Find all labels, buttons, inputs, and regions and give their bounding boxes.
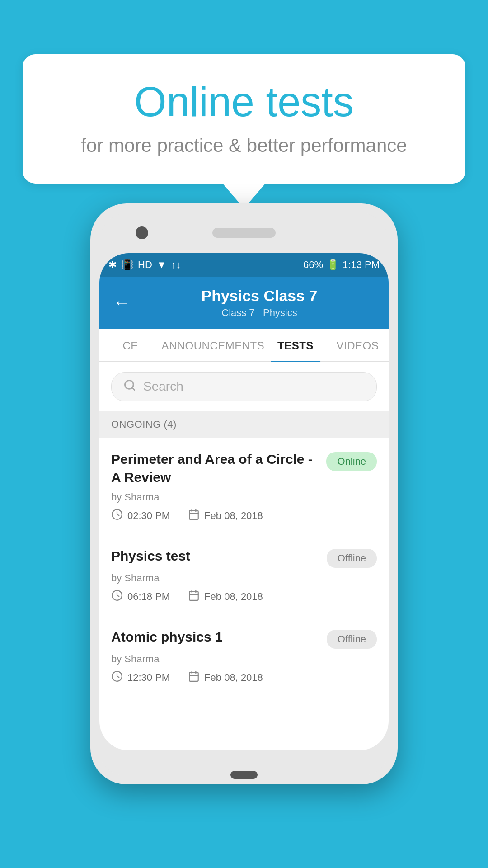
test-title-2: Atomic physics 1 xyxy=(111,628,327,646)
test-date-0: Feb 08, 2018 xyxy=(188,509,263,523)
test-author-0: by Sharma xyxy=(111,491,377,503)
tab-videos[interactable]: VIDEOS xyxy=(327,329,389,361)
status-left-icons: ✱ 📳 HD ▼ ↑↓ xyxy=(108,259,181,271)
test-time-0: 02:30 PM xyxy=(111,509,170,523)
test-time-value-0: 02:30 PM xyxy=(127,510,170,522)
bubble-subtitle: for more practice & better performance xyxy=(54,135,434,156)
test-date-1: Feb 08, 2018 xyxy=(188,590,263,604)
test-badge-1: Offline xyxy=(327,549,377,568)
test-meta-2: 12:30 PM xyxy=(111,670,377,685)
phone-outer: ✱ 📳 HD ▼ ↑↓ 66% 🔋 1:13 PM xyxy=(90,203,398,784)
search-placeholder: Search xyxy=(143,379,183,394)
battery-icon: 🔋 xyxy=(327,259,339,271)
test-item-0[interactable]: Perimeter and Area of a Circle - A Revie… xyxy=(99,438,389,534)
calendar-icon-0 xyxy=(188,509,200,523)
test-meta-1: 06:18 PM xyxy=(111,590,377,604)
test-date-2: Feb 08, 2018 xyxy=(188,670,263,685)
phone-speaker xyxy=(212,228,276,238)
status-bar: ✱ 📳 HD ▼ ↑↓ 66% 🔋 1:13 PM xyxy=(99,253,389,277)
clock-icon-0 xyxy=(111,509,123,523)
app-header: ← Physics Class 7 Class 7 Physics xyxy=(99,277,389,329)
test-title-1: Physics test xyxy=(111,547,327,566)
phone-camera xyxy=(136,226,148,239)
svg-rect-8 xyxy=(189,591,198,600)
test-time-value-1: 06:18 PM xyxy=(127,591,170,603)
test-item-1[interactable]: Physics test Offline by Sharma xyxy=(99,534,389,615)
test-meta-0: 02:30 PM xyxy=(111,509,377,523)
test-date-value-1: Feb 08, 2018 xyxy=(204,591,263,603)
phone-bottom-bar xyxy=(99,750,389,775)
test-item-header-1: Physics test Offline xyxy=(111,547,377,568)
bluetooth-icon: ✱ xyxy=(108,259,117,271)
test-date-value-2: Feb 08, 2018 xyxy=(204,672,263,684)
test-badge-2: Offline xyxy=(327,630,377,649)
app-background: Online tests for more practice & better … xyxy=(0,0,488,868)
search-box[interactable]: Search xyxy=(111,372,377,401)
phone-screen: ✱ 📳 HD ▼ ↑↓ 66% 🔋 1:13 PM xyxy=(99,253,389,750)
hd-label: HD xyxy=(138,259,152,271)
phone-top-hardware xyxy=(99,212,389,253)
class-label: Class 7 xyxy=(221,307,254,318)
subject-label: Physics xyxy=(263,307,297,318)
tab-announcements[interactable]: ANNOUNCEMENTS xyxy=(161,329,264,361)
home-button[interactable] xyxy=(230,771,258,779)
test-item-2[interactable]: Atomic physics 1 Offline by Sharma xyxy=(99,615,389,696)
clock-icon-1 xyxy=(111,590,123,604)
vibrate-icon: 📳 xyxy=(121,259,133,271)
clock: 1:13 PM xyxy=(343,259,380,271)
tab-tests[interactable]: TESTS xyxy=(264,329,326,361)
test-author-2: by Sharma xyxy=(111,653,377,665)
back-button[interactable]: ← xyxy=(113,293,130,312)
bubble-title: Online tests xyxy=(54,79,434,125)
test-item-header-2: Atomic physics 1 Offline xyxy=(111,628,377,649)
calendar-icon-1 xyxy=(188,590,200,604)
battery-percent: 66% xyxy=(303,259,323,271)
test-item-header-0: Perimeter and Area of a Circle - A Revie… xyxy=(111,450,377,487)
test-author-1: by Sharma xyxy=(111,572,377,584)
svg-rect-3 xyxy=(189,510,198,519)
svg-rect-13 xyxy=(189,672,198,681)
calendar-icon-2 xyxy=(188,670,200,685)
speech-bubble: Online tests for more practice & better … xyxy=(23,54,465,184)
status-right-info: 66% 🔋 1:13 PM xyxy=(303,259,380,271)
clock-icon-2 xyxy=(111,670,123,685)
test-time-value-2: 12:30 PM xyxy=(127,672,170,684)
tab-ce[interactable]: CE xyxy=(99,329,161,361)
test-date-value-0: Feb 08, 2018 xyxy=(204,510,263,522)
page-title: Physics Class 7 xyxy=(144,287,375,305)
test-title-0: Perimeter and Area of a Circle - A Revie… xyxy=(111,450,326,487)
header-title-block: Physics Class 7 Class 7 Physics xyxy=(144,287,375,319)
wifi-icon: ▼ xyxy=(157,259,167,271)
tabs-bar: CE ANNOUNCEMENTS TESTS VIDEOS xyxy=(99,329,389,362)
svg-line-1 xyxy=(132,387,134,390)
test-time-2: 12:30 PM xyxy=(111,670,170,685)
ongoing-section-header: ONGOING (4) xyxy=(99,411,389,438)
test-time-1: 06:18 PM xyxy=(111,590,170,604)
test-badge-0: Online xyxy=(326,452,377,471)
search-icon xyxy=(123,379,136,395)
signal-icon: ↑↓ xyxy=(171,259,181,271)
search-container: Search xyxy=(99,362,389,411)
phone-mockup: ✱ 📳 HD ▼ ↑↓ 66% 🔋 1:13 PM xyxy=(90,203,398,784)
screen-content: ✱ 📳 HD ▼ ↑↓ 66% 🔋 1:13 PM xyxy=(99,253,389,750)
page-subtitle: Class 7 Physics xyxy=(144,307,375,319)
